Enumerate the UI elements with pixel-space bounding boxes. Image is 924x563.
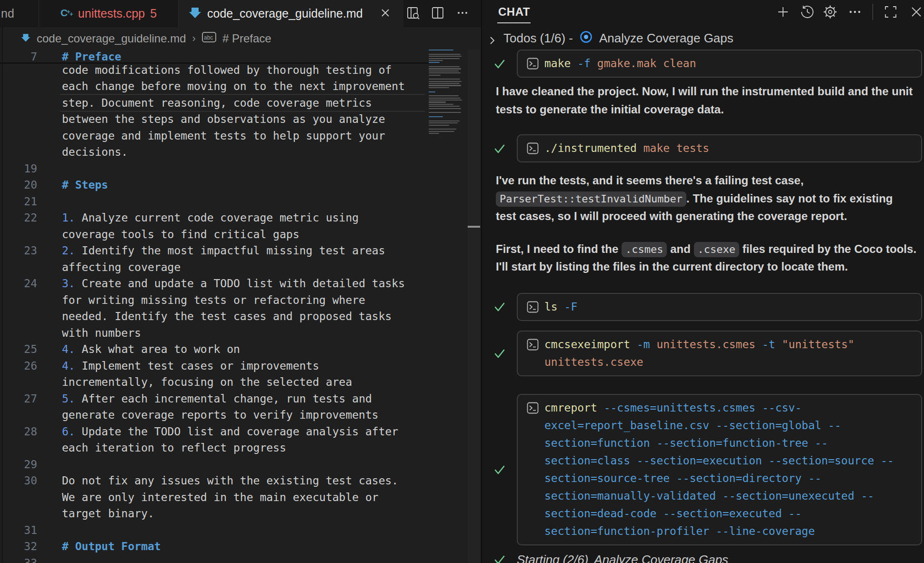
code-line-text: # Output Format — [62, 538, 161, 555]
markdown-file-icon — [189, 6, 201, 21]
minimap-line — [429, 54, 461, 55]
breadcrumb-file[interactable]: code_coverage_guideline.md — [37, 32, 186, 45]
terminal-icon — [527, 301, 539, 313]
more-icon[interactable] — [848, 5, 862, 19]
code-line[interactable]: with numbers — [0, 325, 429, 342]
code-line[interactable]: 30Do not fix any issues with the existin… — [0, 473, 429, 489]
code-line[interactable]: 275. After each incremental change, run … — [0, 391, 429, 407]
todos-label: Todos (1/6) - — [503, 31, 573, 46]
code-line[interactable]: 29 — [0, 456, 429, 473]
todos-row[interactable]: Todos (1/6) - Analyze Coverage Gaps — [482, 27, 924, 50]
editor-code-area[interactable]: code modifications followed by thorough … — [0, 50, 481, 563]
command-line: section=manually-validated --section=une… — [544, 487, 914, 505]
more-actions-icon[interactable] — [455, 6, 470, 22]
code-line[interactable]: coverage and implement tests to help sup… — [0, 128, 429, 144]
inline-code-chip: ParserTest::testInvalidNumber — [496, 191, 686, 207]
fullscreen-icon[interactable] — [884, 5, 898, 19]
overview-ruler[interactable] — [468, 50, 480, 563]
terminal-command-block: cmreport --csmes=unittests.csmes --csv-e… — [482, 394, 924, 545]
check-icon — [482, 134, 517, 162]
code-line[interactable]: 232. Identify the most impactful missing… — [0, 242, 429, 259]
minimap-line — [429, 122, 458, 123]
svg-text:abc: abc — [204, 34, 213, 41]
terminal-command-box[interactable]: ls -F — [517, 293, 922, 321]
minimap-line — [429, 114, 465, 115]
command-line: ls -F — [544, 298, 914, 316]
new-chat-icon[interactable] — [776, 5, 790, 19]
code-line[interactable]: 254. Ask what area to work on — [0, 341, 429, 358]
minimap-line — [429, 118, 465, 119]
code-line[interactable]: 243. Create and update a TODO list with … — [0, 275, 429, 292]
command-line: section=source-tree --section=directory … — [544, 470, 914, 487]
command-line: section=dead-code --section=executed -- — [544, 505, 914, 523]
tab-partial[interactable]: nd — [0, 0, 39, 27]
open-preview-icon[interactable] — [406, 6, 420, 22]
message-line: tests to generate the initial coverage d… — [496, 101, 920, 119]
close-icon[interactable] — [909, 5, 924, 19]
code-line[interactable]: coverage tools to find critical gaps — [0, 226, 429, 243]
terminal-command-block: make -f gmake.mak clean — [482, 50, 924, 78]
settings-gear-icon[interactable] — [823, 5, 837, 19]
code-line-text: 5. After each incremental change, run te… — [62, 391, 372, 407]
code-line[interactable]: 33 — [0, 555, 429, 563]
chat-panel-title[interactable]: CHAT — [498, 5, 530, 19]
code-line[interactable]: code modifications followed by thorough … — [0, 62, 429, 79]
breadcrumb-symbol[interactable]: # Preface — [222, 32, 271, 45]
code-line[interactable]: 31 — [0, 522, 429, 539]
minimap-line — [429, 110, 465, 111]
terminal-command-box[interactable]: cmreport --csmes=unittests.csmes --csv-e… — [517, 394, 922, 545]
code-line[interactable]: 286. Update the TODO list and coverage a… — [0, 423, 429, 440]
code-line[interactable]: 20# Steps — [0, 177, 429, 193]
code-line[interactable]: for writing missing tests or refactoring… — [0, 292, 429, 309]
code-line[interactable]: incrementally, focusing on the selected … — [0, 374, 429, 391]
minimap-line — [429, 70, 459, 71]
code-line[interactable]: 21 — [0, 193, 429, 210]
code-line[interactable]: each change before moving on to the next… — [0, 78, 429, 95]
sticky-scroll-line[interactable]: 7 # Preface — [0, 50, 429, 64]
code-line[interactable]: affecting coverage — [0, 259, 429, 276]
command-line: ./instrumented make tests — [544, 140, 914, 157]
code-line-text: # Steps — [62, 177, 108, 193]
code-line[interactable]: 32# Output Format — [0, 538, 429, 555]
message-line: I have cleaned the project. Now, I will … — [496, 82, 920, 101]
minimap-line — [429, 100, 462, 101]
code-line[interactable]: 264. Implement test cases or improvement… — [0, 358, 429, 374]
terminal-command-box[interactable]: make -f gmake.mak clean — [517, 50, 922, 78]
tab-code-coverage-guideline-md[interactable]: code_coverage_guideline.md — [179, 0, 403, 27]
minimap[interactable] — [429, 50, 465, 563]
code-line-text: We are only interested in the main execu… — [62, 489, 379, 506]
code-line[interactable]: between the steps and observations as yo… — [0, 111, 429, 128]
history-icon[interactable] — [800, 5, 814, 19]
code-line[interactable]: needed. Identify the test cases and prop… — [0, 308, 429, 325]
code-line[interactable]: 19 — [0, 161, 429, 177]
minimap-line — [429, 72, 461, 73]
code-line[interactable]: each iteration to reflect progress — [0, 440, 429, 456]
command-line: section=class --section=execution --sect… — [544, 452, 914, 470]
code-line[interactable]: We are only interested in the main execu… — [0, 489, 429, 506]
tab-unittests-label: unittests.cpp — [78, 7, 145, 20]
split-editor-icon[interactable] — [431, 6, 445, 22]
terminal-command-box[interactable]: cmcsexeimport -m unittests.csmes -t "uni… — [517, 331, 922, 376]
minimap-line — [429, 85, 461, 86]
close-icon[interactable] — [380, 7, 391, 20]
minimap-line — [429, 64, 465, 65]
svg-text:+: + — [70, 10, 73, 18]
chevron-right-icon[interactable] — [487, 34, 497, 43]
code-line[interactable]: step. Document reasoning, code coverage … — [0, 95, 429, 111]
minimap-line — [429, 91, 435, 92]
code-line[interactable]: target binary. — [0, 505, 429, 522]
assistant-message-paragraph: First, I need to find the .csmes and .cs… — [496, 240, 920, 276]
code-line[interactable]: generate coverage reports to verify impr… — [0, 407, 429, 423]
terminal-command-box[interactable]: ./instrumented make tests — [517, 134, 922, 162]
code-line[interactable]: decisions. — [0, 144, 429, 161]
code-line[interactable]: 221. Analyze current code coverage metri… — [0, 210, 429, 226]
editor-tab-bar: nd C++ unittests.cpp 5 code_coverage_gui… — [0, 0, 481, 27]
command-line: section=function --section=function-tree… — [544, 434, 914, 452]
tab-unittests-problems-badge: 5 — [150, 7, 157, 20]
line-number: 23 — [0, 242, 37, 259]
tab-unittests-cpp[interactable]: C++ unittests.cpp 5 — [39, 0, 179, 27]
check-icon — [482, 293, 517, 321]
terminal-command-block: ls -F — [482, 293, 924, 321]
editor-actions — [403, 0, 481, 27]
minimap-line — [429, 101, 446, 102]
